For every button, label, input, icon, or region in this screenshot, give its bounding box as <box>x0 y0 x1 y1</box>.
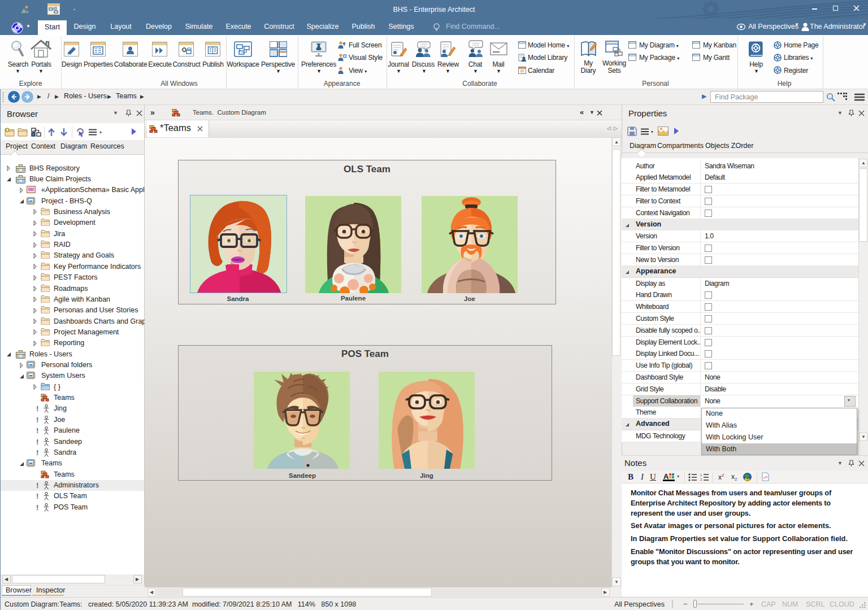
svg-text:2: 2 <box>700 478 702 481</box>
svg-text:1: 1 <box>700 473 702 477</box>
